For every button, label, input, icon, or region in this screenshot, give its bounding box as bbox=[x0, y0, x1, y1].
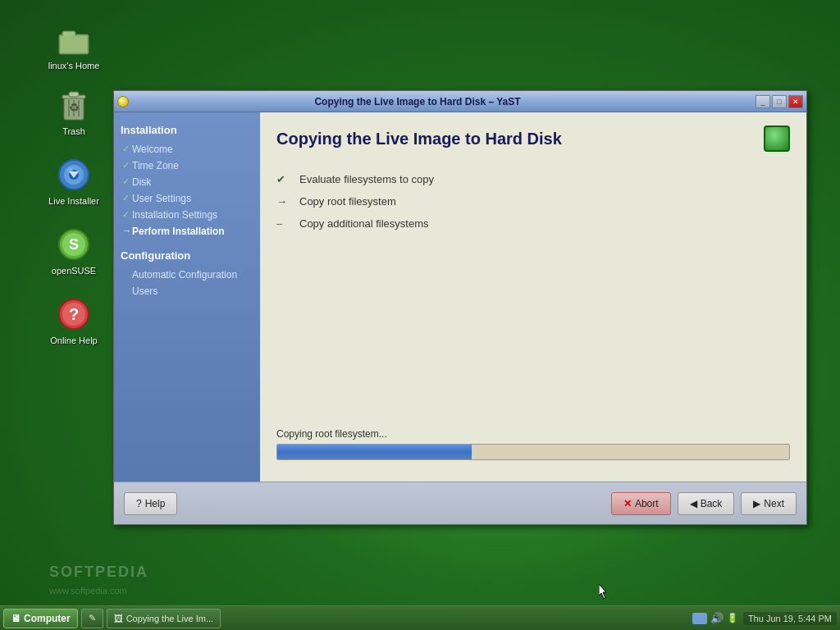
step-evaluate-label: Evaluate filesystems to copy bbox=[299, 173, 434, 185]
sidebar-item-disk: ✓ Disk bbox=[121, 174, 253, 190]
desktop-icon-home[interactable]: linux's Home bbox=[41, 16, 107, 74]
start-button-label: Computer bbox=[24, 613, 71, 624]
desktop-icon-trash[interactable]: ♻ Trash bbox=[41, 82, 107, 139]
sidebar-divider bbox=[121, 240, 253, 246]
title-bar-controls: _ □ ✕ bbox=[756, 95, 803, 108]
mouse-cursor bbox=[599, 584, 609, 599]
sidebar-item-installation-settings: ✓ Installation Settings bbox=[121, 207, 253, 223]
maximize-button[interactable]: □ bbox=[772, 95, 787, 108]
home-folder-icon bbox=[54, 20, 94, 59]
svg-text:S: S bbox=[69, 236, 79, 253]
checkmark-icon: ✓ bbox=[122, 208, 130, 221]
window-body: Installation ✓ Welcome ✓ Time Zone ✓ Dis… bbox=[114, 112, 806, 482]
help-button-label: Help bbox=[145, 498, 166, 509]
desktop-icon-live-installer[interactable]: Live Installer bbox=[41, 152, 107, 209]
step-arrow-icon: → bbox=[276, 195, 293, 208]
online-help-icon: ? bbox=[54, 294, 94, 334]
sidebar-item-perform-installation: → Perform Installation bbox=[121, 223, 253, 240]
sidebar-item-user-settings: ✓ User Settings bbox=[121, 190, 253, 207]
taskbar: 🖥 Computer ✎ 🖼 Copying the Live Im... 🔊 … bbox=[0, 605, 840, 630]
battery-icon: 🔋 bbox=[727, 613, 738, 623]
minimize-button[interactable]: _ bbox=[756, 95, 770, 108]
window-title: Copying the Live Image to Hard Disk – Ya… bbox=[129, 96, 706, 107]
sidebar-auto-config-label: Automatic Configuration bbox=[132, 269, 237, 281]
back-button[interactable]: ◀ Back bbox=[678, 492, 735, 515]
step-pending-icon: – bbox=[276, 217, 293, 230]
step-done-icon: ✔ bbox=[276, 173, 293, 185]
svg-marker-21 bbox=[599, 584, 606, 599]
taskbar-system-icons: 🔊 🔋 bbox=[692, 612, 738, 624]
configuration-section-title: Configuration bbox=[121, 249, 253, 262]
title-bar-left bbox=[117, 96, 129, 107]
window-button-bar: ? Help ✕ Abort ◀ Back ▶ Next bbox=[114, 482, 806, 524]
softpedia-watermark: SOFTPEDIA bbox=[49, 564, 148, 581]
next-button-label: Next bbox=[764, 498, 784, 509]
opensuse-icon: S bbox=[54, 225, 94, 264]
taskbar-time: 5:44 PM bbox=[798, 614, 832, 623]
progress-label: Copying root filesystem... bbox=[276, 428, 790, 440]
taskbar-window-icon: 🖼 bbox=[114, 614, 123, 623]
help-icon: ? bbox=[136, 498, 142, 509]
home-icon-label: linux's Home bbox=[48, 61, 100, 71]
installation-section-title: Installation bbox=[121, 124, 253, 136]
abort-button[interactable]: ✕ Abort bbox=[611, 492, 671, 515]
sidebar-item-users: Users bbox=[121, 283, 253, 299]
svg-rect-2 bbox=[61, 36, 87, 52]
step-copy-root-label: Copy root filesystem bbox=[299, 195, 396, 208]
volume-icon: 🔊 bbox=[710, 612, 724, 624]
svg-text:?: ? bbox=[69, 305, 79, 323]
sidebar-disk-label: Disk bbox=[132, 176, 151, 188]
main-title: Copying the Live Image to Hard Disk bbox=[276, 126, 790, 152]
taskbar-active-window[interactable]: 🖼 Copying the Live Im... bbox=[107, 609, 221, 628]
desktop: linux's Home ♻ Trash bbox=[0, 0, 840, 630]
step-item-evaluate: ✔ Evaluate filesystems to copy bbox=[276, 168, 790, 190]
checkmark-icon: ✓ bbox=[122, 175, 130, 189]
taskbar-edit-item[interactable]: ✎ bbox=[81, 609, 103, 628]
next-button[interactable]: ▶ Next bbox=[741, 492, 797, 515]
step-copy-additional-label: Copy additional filesystems bbox=[299, 217, 429, 230]
taskbar-clock: Thu Jun 19, 5:44 PM bbox=[743, 612, 837, 625]
abort-button-label: Abort bbox=[635, 498, 659, 509]
start-button[interactable]: 🖥 Computer bbox=[3, 609, 78, 628]
yast-logo bbox=[764, 126, 790, 152]
help-button[interactable]: ? Help bbox=[124, 492, 177, 515]
sidebar-installation-settings-label: Installation Settings bbox=[132, 209, 217, 221]
desktop-icon-opensuse[interactable]: S openSUSE bbox=[41, 221, 107, 279]
progress-bar-fill bbox=[277, 445, 472, 459]
step-item-copy-additional: – Copy additional filesystems bbox=[276, 212, 790, 235]
sidebar-item-timezone: ✓ Time Zone bbox=[121, 158, 253, 174]
desktop-icon-online-help[interactable]: ? Online Help bbox=[41, 291, 107, 349]
opensuse-icon-label: openSUSE bbox=[52, 266, 96, 276]
computer-icon: 🖥 bbox=[11, 613, 21, 624]
progress-section: Copying root filesystem... bbox=[276, 428, 790, 468]
online-help-icon-label: Online Help bbox=[50, 336, 97, 345]
trash-icon-label: Trash bbox=[62, 126, 85, 136]
arrow-icon: → bbox=[122, 224, 131, 238]
sidebar-perform-installation-label: Perform Installation bbox=[132, 226, 225, 237]
trash-icon: ♻ bbox=[54, 85, 94, 125]
title-bar: Copying the Live Image to Hard Disk – Ya… bbox=[114, 91, 806, 112]
close-button[interactable]: ✕ bbox=[788, 95, 803, 108]
back-button-label: Back bbox=[701, 498, 723, 509]
step-item-copy-root: → Copy root filesystem bbox=[276, 190, 790, 212]
steps-list: ✔ Evaluate filesystems to copy → Copy ro… bbox=[276, 168, 790, 235]
sidebar-item-auto-config: Automatic Configuration bbox=[121, 267, 253, 283]
edit-icon: ✎ bbox=[89, 613, 96, 623]
sidebar-welcome-label: Welcome bbox=[132, 144, 173, 155]
main-title-text: Copying the Live Image to Hard Disk bbox=[276, 130, 562, 148]
sidebar: Installation ✓ Welcome ✓ Time Zone ✓ Dis… bbox=[114, 112, 260, 482]
progress-bar-container bbox=[276, 444, 790, 460]
next-arrow-icon: ▶ bbox=[753, 498, 760, 509]
live-installer-icon-label: Live Installer bbox=[48, 196, 99, 206]
sidebar-item-welcome: ✓ Welcome bbox=[121, 141, 253, 158]
taskbar-window-label: Copying the Live Im... bbox=[126, 614, 213, 623]
taskbar-date: Thu Jun 19, bbox=[748, 614, 796, 623]
abort-icon: ✕ bbox=[623, 498, 632, 509]
yast-window: Copying the Live Image to Hard Disk – Ya… bbox=[113, 90, 807, 525]
network-icon bbox=[692, 613, 707, 624]
sidebar-timezone-label: Time Zone bbox=[132, 160, 179, 171]
checkmark-icon: ✓ bbox=[122, 191, 130, 205]
live-installer-icon bbox=[54, 155, 94, 194]
window-icon bbox=[117, 96, 129, 107]
svg-rect-5 bbox=[69, 92, 79, 97]
